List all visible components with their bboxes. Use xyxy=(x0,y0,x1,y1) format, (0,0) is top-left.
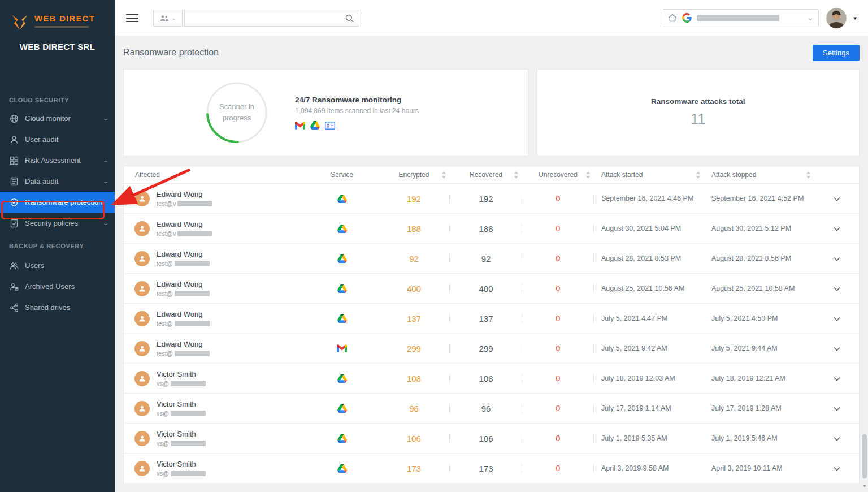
sort-icon[interactable] xyxy=(514,171,518,179)
attack-stopped-value: July 5, 2021 9:44 AM xyxy=(704,334,814,363)
redacted-email xyxy=(171,471,206,476)
grid-icon xyxy=(10,156,19,165)
sort-icon[interactable] xyxy=(696,171,700,179)
expand-row-chevron-icon[interactable] xyxy=(830,431,844,446)
sort-icon[interactable] xyxy=(442,171,446,179)
sidebar-item-data-audit[interactable]: Data audit ⌄ xyxy=(0,171,115,192)
sidebar-item-label: Security policies xyxy=(25,219,78,227)
affected-user-avatar-icon xyxy=(134,371,150,386)
sort-icon[interactable] xyxy=(586,171,590,179)
expand-row-chevron-icon[interactable] xyxy=(830,341,844,356)
brand-fox-icon xyxy=(10,14,29,32)
sidebar-item-risk-assessment[interactable]: Risk Assessment ⌄ xyxy=(0,150,115,171)
unrecovered-count: 0 xyxy=(522,304,594,333)
sidebar-item-label: Cloud monitor xyxy=(25,114,71,123)
service-cell xyxy=(306,424,378,453)
topbar: ⌄ ⌄ ▾ xyxy=(115,0,868,36)
column-header-encrypted[interactable]: Encrypted xyxy=(378,166,450,183)
table-row[interactable]: Edward Wong test@v 192 192 0 September 1… xyxy=(124,184,859,214)
service-cell xyxy=(306,364,378,393)
logo: WEB DIRECT xyxy=(0,0,115,32)
scrollbar-down-arrow-icon[interactable]: ▼ xyxy=(862,484,867,490)
expand-row-chevron-icon[interactable] xyxy=(830,311,844,326)
attack-stopped-value: July 5, 2021 4:50 PM xyxy=(704,304,814,333)
monitoring-card: Scanner in progress 24/7 Ransomware moni… xyxy=(123,69,528,156)
column-header-affected: Affected xyxy=(124,166,306,183)
affected-user-avatar-icon xyxy=(134,251,150,266)
attack-stopped-value: July 1, 2019 5:46 AM xyxy=(704,424,814,453)
column-header-attack-started[interactable]: Attack started xyxy=(594,166,704,183)
redacted-email xyxy=(175,291,210,296)
service-cell xyxy=(306,334,378,363)
expand-row-chevron-icon[interactable] xyxy=(830,221,844,236)
sidebar-item-archived-users[interactable]: Archived Users xyxy=(0,276,115,297)
monitoring-title: 24/7 Ransomware monitoring xyxy=(295,96,419,104)
sidebar-item-security-policies[interactable]: Security policies ⌄ xyxy=(0,213,115,234)
redacted-email xyxy=(171,381,206,386)
domain-selector[interactable]: ⌄ xyxy=(662,9,819,27)
table-row[interactable]: Edward Wong test@ 400 400 0 August 25, 2… xyxy=(124,274,859,304)
expand-row-chevron-icon[interactable] xyxy=(830,281,844,296)
affected-user-avatar-icon xyxy=(134,311,150,326)
encrypted-count: 400 xyxy=(378,274,450,303)
table-row[interactable]: Victor Smith vs@ 173 173 0 April 3, 2019… xyxy=(124,454,859,484)
recovered-count: 192 xyxy=(450,184,522,213)
table-row[interactable]: Edward Wong test@v 188 188 0 August 30, … xyxy=(124,214,859,244)
unrecovered-count: 0 xyxy=(522,364,594,393)
encrypted-count: 137 xyxy=(378,304,450,333)
attacks-total-value: 11 xyxy=(691,110,706,128)
table-row[interactable]: Victor Smith vs@ 108 108 0 July 18, 2019… xyxy=(124,364,859,394)
column-header-unrecovered[interactable]: Unrecovered xyxy=(522,166,594,183)
hamburger-menu-icon[interactable] xyxy=(126,12,138,24)
search-input[interactable] xyxy=(185,10,359,26)
sort-icon[interactable] xyxy=(806,171,810,179)
brand-name: WEB DIRECT xyxy=(34,14,95,23)
attack-started-value: July 5, 2021 4:47 PM xyxy=(594,304,704,333)
affected-user-email: vs@ xyxy=(157,380,169,387)
expand-row-chevron-icon[interactable] xyxy=(830,251,844,266)
unrecovered-count: 0 xyxy=(522,184,594,213)
google-drive-icon xyxy=(337,464,347,473)
vertical-scrollbar-thumb[interactable] xyxy=(862,434,867,478)
expand-row-chevron-icon[interactable] xyxy=(830,461,844,476)
search-scope-select[interactable]: ⌄ xyxy=(153,10,183,27)
logo-tagline xyxy=(34,26,89,28)
user-avatar[interactable] xyxy=(826,8,847,28)
attacks-total-card: Ransomware attacks total 11 xyxy=(537,69,860,156)
table-row[interactable]: Victor Smith vs@ 106 106 0 July 1, 2019 … xyxy=(124,424,859,454)
attack-stopped-value: August 28, 2021 8:56 PM xyxy=(704,244,814,273)
chevron-down-icon: ⌄ xyxy=(102,115,109,122)
scanner-progress-ring: Scanner in progress xyxy=(206,81,268,144)
affected-user-name: Victor Smith xyxy=(157,370,206,378)
redacted-email xyxy=(175,321,210,326)
affected-user-name: Victor Smith xyxy=(157,460,206,468)
attack-started-value: July 1, 2019 5:35 AM xyxy=(594,424,704,453)
table-row[interactable]: Victor Smith vs@ 96 96 0 July 17, 2019 1… xyxy=(124,394,859,424)
attack-stopped-value: July 17, 2019 1:28 AM xyxy=(704,394,814,423)
sidebar-item-shared-drives[interactable]: Shared drives xyxy=(0,297,115,318)
affected-user-email: test@v xyxy=(157,230,176,237)
settings-button[interactable]: Settings xyxy=(813,45,860,61)
expand-row-chevron-icon[interactable] xyxy=(830,371,844,386)
sidebar-item-cloud-monitor[interactable]: Cloud monitor ⌄ xyxy=(0,108,115,129)
redacted-domain-text xyxy=(697,15,779,21)
people-icon xyxy=(160,15,169,21)
redacted-email xyxy=(171,411,206,416)
account-menu-caret-icon[interactable]: ▾ xyxy=(853,15,857,21)
page-title: Ransomware protection xyxy=(123,48,219,58)
sidebar-item-users[interactable]: Users xyxy=(0,255,115,276)
attack-stopped-value: August 30, 2021 5:12 PM xyxy=(704,214,814,243)
column-header-recovered[interactable]: Recovered xyxy=(450,166,522,183)
shared-drives-icon xyxy=(325,122,335,130)
column-header-attack-stopped[interactable]: Attack stopped xyxy=(704,166,814,183)
table-row[interactable]: Edward Wong test@ 92 92 0 August 28, 202… xyxy=(124,244,859,274)
expand-row-chevron-icon[interactable] xyxy=(830,401,844,416)
unrecovered-count: 0 xyxy=(522,214,594,243)
table-row[interactable]: Edward Wong test@ 299 299 0 July 5, 2021… xyxy=(124,334,859,364)
table-row[interactable]: Edward Wong test@ 137 137 0 July 5, 2021… xyxy=(124,304,859,334)
expand-row-chevron-icon[interactable] xyxy=(830,191,844,206)
sidebar-item-ransomware-protection[interactable]: Ransomware protection xyxy=(0,192,115,213)
sidebar-item-user-audit[interactable]: User audit xyxy=(0,129,115,150)
attack-stopped-value: April 3, 2019 10:11 AM xyxy=(704,454,814,483)
attack-started-value: July 5, 2021 9:42 AM xyxy=(594,334,704,363)
